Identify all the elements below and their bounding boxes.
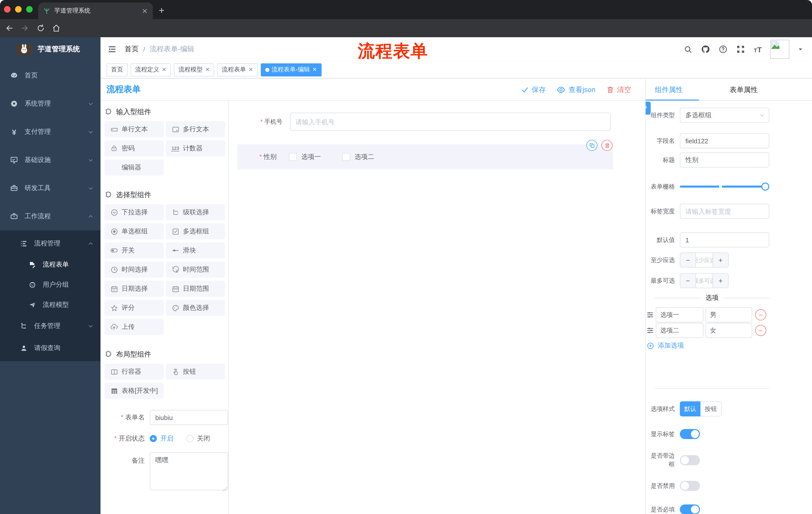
- palette-item-single-text[interactable]: 单行文本: [105, 121, 164, 137]
- increase-button[interactable]: +: [713, 274, 728, 288]
- default-value-input[interactable]: [680, 232, 769, 247]
- palette-item-rate[interactable]: 评分: [105, 300, 164, 316]
- border-toggle[interactable]: [680, 455, 700, 465]
- tag-close-icon[interactable]: ✕: [162, 66, 166, 73]
- sidebar-item-infra[interactable]: 基础设施: [0, 146, 100, 174]
- sidebar-item-system[interactable]: 系统管理: [0, 89, 100, 118]
- status-on-label[interactable]: 开启: [160, 434, 173, 443]
- option2-value-input[interactable]: [705, 323, 752, 338]
- caret-down-icon[interactable]: [798, 47, 803, 52]
- palette-item-upload[interactable]: 上传: [105, 319, 164, 335]
- view-json-button[interactable]: 查看json: [557, 85, 596, 94]
- palette-item-password[interactable]: 密码: [105, 140, 164, 156]
- tab-close-icon[interactable]: ✕: [142, 7, 148, 14]
- tab-component-props[interactable]: 组件属性: [655, 79, 683, 100]
- disabled-toggle[interactable]: [680, 481, 700, 491]
- status-off-radio[interactable]: [186, 435, 194, 442]
- style-default-button[interactable]: 默认: [680, 401, 700, 416]
- help-icon[interactable]: [719, 45, 728, 54]
- tag-close-icon[interactable]: ✕: [249, 66, 253, 73]
- canvas-field-phone[interactable]: 手机号: [229, 113, 645, 131]
- gender-option2-label[interactable]: 选项二: [354, 153, 374, 161]
- increase-button[interactable]: +: [713, 253, 728, 267]
- gender-option1-label[interactable]: 选项一: [301, 153, 321, 161]
- form-name-input[interactable]: [150, 410, 228, 425]
- palette-item-editor[interactable]: 编辑器: [105, 159, 164, 175]
- tag-process-model[interactable]: 流程模型✕: [174, 63, 214, 76]
- label-width-input[interactable]: [680, 204, 769, 219]
- palette-item-time-picker[interactable]: 时间选择: [105, 262, 164, 278]
- max-select-input[interactable]: 最多可选: [695, 274, 713, 288]
- external-link-tag[interactable]: [645, 102, 651, 115]
- palette-item-switch[interactable]: 开关: [105, 242, 164, 259]
- palette-item-button[interactable]: 按钮: [166, 363, 225, 380]
- palette-item-slider[interactable]: 滑块: [166, 242, 225, 259]
- breadcrumb-home[interactable]: 首页: [125, 45, 139, 54]
- option1-label-input[interactable]: [656, 307, 703, 322]
- style-button-button[interactable]: 按钮: [700, 401, 722, 416]
- sidebar-item-workflow[interactable]: 工作流程: [0, 202, 100, 231]
- form-remark-textarea[interactable]: 嘿嘿: [150, 452, 228, 490]
- reload-icon[interactable]: [36, 24, 45, 33]
- palette-item-radio-group[interactable]: 单选框组: [105, 223, 164, 239]
- tag-home[interactable]: 首页: [107, 63, 127, 76]
- component-type-select[interactable]: 多选框组: [680, 108, 769, 123]
- palette-item-counter[interactable]: 123计数器: [166, 140, 225, 156]
- add-option-link[interactable]: 添加选项: [647, 341, 684, 351]
- remove-option-button[interactable]: −: [755, 325, 766, 336]
- sidebar-item-payment[interactable]: ¥ 支付管理: [0, 118, 100, 146]
- forward-icon[interactable]: [20, 24, 29, 33]
- save-button[interactable]: 保存: [521, 85, 546, 94]
- grid-slider[interactable]: [680, 183, 767, 191]
- sidebar-item-leave-query[interactable]: 请假查询: [0, 337, 100, 359]
- show-label-toggle[interactable]: [680, 429, 700, 439]
- traffic-zoom-button[interactable]: [26, 6, 33, 12]
- tag-process-definition[interactable]: 流程定义✕: [130, 63, 171, 76]
- palette-item-date-range[interactable]: 日期范围: [166, 281, 225, 297]
- required-toggle[interactable]: [680, 505, 700, 514]
- browser-tab[interactable]: 芋道管理系统 ✕: [38, 2, 153, 19]
- decrease-button[interactable]: −: [680, 253, 695, 267]
- gender-option2-checkbox[interactable]: [342, 153, 350, 161]
- avatar[interactable]: [770, 40, 789, 59]
- tag-process-form-edit[interactable]: 流程表单-编辑✕: [261, 63, 321, 76]
- remove-option-button[interactable]: −: [755, 309, 766, 320]
- traffic-minimize-button[interactable]: [15, 6, 22, 12]
- fullscreen-icon[interactable]: [736, 45, 745, 54]
- phone-input[interactable]: [290, 113, 610, 131]
- option2-label-input[interactable]: [656, 323, 703, 338]
- field-name-input[interactable]: [680, 133, 769, 148]
- github-icon[interactable]: [701, 45, 710, 54]
- canvas-field-gender-selected[interactable]: 性别 选项一 选项二: [237, 144, 613, 169]
- sidebar-item-process-model[interactable]: 流程模型: [0, 295, 100, 315]
- palette-item-date-picker[interactable]: 日期选择: [105, 281, 164, 297]
- delete-component-button[interactable]: [602, 140, 612, 151]
- tab-form-props[interactable]: 表单属性: [730, 79, 758, 100]
- palette-item-cascader[interactable]: 级联选择: [166, 204, 225, 220]
- sidebar-item-devtools[interactable]: 研发工具: [0, 174, 100, 202]
- sidebar-item-home[interactable]: 首页: [0, 61, 100, 89]
- palette-item-multi-text[interactable]: 多行文本: [166, 121, 225, 137]
- tag-close-icon[interactable]: ✕: [312, 66, 317, 73]
- resize-handle[interactable]: [223, 487, 227, 491]
- palette-item-time-range[interactable]: 时间范围: [166, 262, 225, 278]
- gender-option1-checkbox[interactable]: [289, 153, 297, 161]
- tag-process-form[interactable]: 流程表单✕: [217, 63, 258, 76]
- slider-handle[interactable]: [761, 183, 769, 191]
- clear-button[interactable]: 清空: [607, 85, 631, 94]
- palette-item-table[interactable]: 表格[开发中]: [105, 383, 164, 399]
- sidebar-item-task-mgmt[interactable]: 任务管理: [0, 315, 100, 337]
- sidebar-logo[interactable]: 芋道管理系统: [0, 37, 100, 61]
- title-input[interactable]: [680, 153, 769, 167]
- palette-item-select[interactable]: 下拉选择: [105, 204, 164, 220]
- drag-handle-icon[interactable]: [646, 311, 654, 319]
- status-on-radio[interactable]: [150, 435, 157, 442]
- sidebar-item-process-form[interactable]: 流程表单: [0, 254, 100, 275]
- sidebar-collapse-icon[interactable]: [108, 45, 117, 54]
- search-icon[interactable]: [684, 45, 692, 54]
- home-icon[interactable]: [52, 24, 61, 33]
- copy-component-button[interactable]: [586, 140, 598, 151]
- palette-item-row-container[interactable]: 行容器: [105, 363, 164, 380]
- palette-item-checkbox-group[interactable]: 多选框组: [166, 223, 225, 239]
- status-off-label[interactable]: 关闭: [197, 434, 210, 443]
